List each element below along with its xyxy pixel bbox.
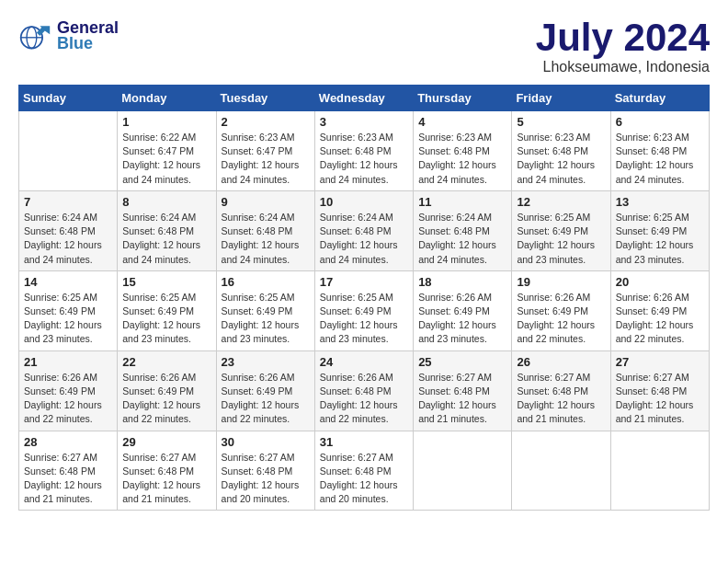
- calendar-cell: [512, 431, 610, 511]
- day-info: Sunrise: 6:25 AM Sunset: 6:49 PM Dayligh…: [24, 291, 112, 347]
- day-info: Sunrise: 6:22 AM Sunset: 6:47 PM Dayligh…: [122, 131, 210, 187]
- day-info: Sunrise: 6:27 AM Sunset: 6:48 PM Dayligh…: [418, 371, 506, 427]
- calendar-cell: 28Sunrise: 6:27 AM Sunset: 6:48 PM Dayli…: [19, 431, 118, 511]
- calendar-cell: 21Sunrise: 6:26 AM Sunset: 6:49 PM Dayli…: [19, 350, 118, 431]
- day-info: Sunrise: 6:25 AM Sunset: 6:49 PM Dayligh…: [122, 291, 210, 347]
- day-info: Sunrise: 6:27 AM Sunset: 6:48 PM Dayligh…: [517, 371, 605, 427]
- column-header-friday: Friday: [512, 86, 610, 111]
- day-info: Sunrise: 6:27 AM Sunset: 6:48 PM Dayligh…: [24, 451, 112, 507]
- day-info: Sunrise: 6:24 AM Sunset: 6:48 PM Dayligh…: [418, 211, 506, 267]
- calendar-cell: [610, 431, 709, 511]
- column-header-wednesday: Wednesday: [314, 86, 413, 111]
- calendar-cell: 30Sunrise: 6:27 AM Sunset: 6:48 PM Dayli…: [216, 431, 314, 511]
- calendar-cell: 15Sunrise: 6:25 AM Sunset: 6:49 PM Dayli…: [118, 270, 216, 350]
- day-info: Sunrise: 6:25 AM Sunset: 6:49 PM Dayligh…: [320, 291, 408, 347]
- day-info: Sunrise: 6:23 AM Sunset: 6:48 PM Dayligh…: [418, 131, 506, 187]
- title-block: July 2024 Lhokseumawe, Indonesia: [536, 18, 710, 75]
- calendar-cell: 6Sunrise: 6:23 AM Sunset: 6:48 PM Daylig…: [610, 111, 709, 191]
- day-number: 8: [122, 195, 210, 209]
- day-info: Sunrise: 6:23 AM Sunset: 6:47 PM Dayligh…: [222, 131, 310, 187]
- day-number: 19: [517, 275, 605, 289]
- logo-text: General Blue: [57, 18, 119, 53]
- location-subtitle: Lhokseumawe, Indonesia: [536, 59, 710, 75]
- day-number: 1: [122, 115, 210, 129]
- day-info: Sunrise: 6:25 AM Sunset: 6:49 PM Dayligh…: [616, 211, 704, 267]
- day-info: Sunrise: 6:26 AM Sunset: 6:49 PM Dayligh…: [616, 291, 704, 347]
- calendar-cell: 31Sunrise: 6:27 AM Sunset: 6:48 PM Dayli…: [314, 431, 413, 511]
- calendar-cell: 12Sunrise: 6:25 AM Sunset: 6:49 PM Dayli…: [512, 190, 610, 270]
- day-info: Sunrise: 6:27 AM Sunset: 6:48 PM Dayligh…: [122, 451, 210, 507]
- day-number: 7: [24, 195, 112, 209]
- calendar-cell: 1Sunrise: 6:22 AM Sunset: 6:47 PM Daylig…: [118, 111, 216, 191]
- calendar-cell: 26Sunrise: 6:27 AM Sunset: 6:48 PM Dayli…: [512, 350, 610, 431]
- day-number: 4: [418, 115, 506, 129]
- day-number: 23: [222, 355, 310, 369]
- day-info: Sunrise: 6:23 AM Sunset: 6:48 PM Dayligh…: [517, 131, 605, 187]
- day-info: Sunrise: 6:26 AM Sunset: 6:49 PM Dayligh…: [24, 371, 112, 427]
- column-header-monday: Monday: [118, 86, 216, 111]
- day-number: 9: [222, 195, 310, 209]
- day-info: Sunrise: 6:27 AM Sunset: 6:48 PM Dayligh…: [222, 451, 310, 507]
- day-number: 12: [517, 195, 605, 209]
- day-number: 15: [122, 275, 210, 289]
- column-header-thursday: Thursday: [414, 86, 512, 111]
- calendar-cell: 20Sunrise: 6:26 AM Sunset: 6:49 PM Dayli…: [610, 270, 709, 350]
- day-info: Sunrise: 6:24 AM Sunset: 6:48 PM Dayligh…: [222, 211, 310, 267]
- day-number: 13: [616, 195, 704, 209]
- calendar-cell: 23Sunrise: 6:26 AM Sunset: 6:49 PM Dayli…: [216, 350, 314, 431]
- calendar-cell: 24Sunrise: 6:26 AM Sunset: 6:48 PM Dayli…: [314, 350, 413, 431]
- day-info: Sunrise: 6:24 AM Sunset: 6:48 PM Dayligh…: [122, 211, 210, 267]
- day-number: 17: [320, 275, 408, 289]
- day-number: 5: [517, 115, 605, 129]
- day-number: 31: [320, 435, 408, 449]
- day-info: Sunrise: 6:25 AM Sunset: 6:49 PM Dayligh…: [517, 211, 605, 267]
- calendar-cell: [19, 111, 118, 191]
- column-header-tuesday: Tuesday: [216, 86, 314, 111]
- calendar-header-row: SundayMondayTuesdayWednesdayThursdayFrid…: [19, 86, 710, 111]
- calendar-cell: 8Sunrise: 6:24 AM Sunset: 6:48 PM Daylig…: [118, 190, 216, 270]
- calendar-cell: [414, 431, 512, 511]
- day-number: 20: [616, 275, 704, 289]
- column-header-saturday: Saturday: [610, 86, 709, 111]
- calendar-cell: 14Sunrise: 6:25 AM Sunset: 6:49 PM Dayli…: [19, 270, 118, 350]
- day-info: Sunrise: 6:24 AM Sunset: 6:48 PM Dayligh…: [24, 211, 112, 267]
- day-number: 11: [418, 195, 506, 209]
- calendar-cell: 22Sunrise: 6:26 AM Sunset: 6:49 PM Dayli…: [118, 350, 216, 431]
- calendar-cell: 5Sunrise: 6:23 AM Sunset: 6:48 PM Daylig…: [512, 111, 610, 191]
- day-info: Sunrise: 6:25 AM Sunset: 6:49 PM Dayligh…: [222, 291, 310, 347]
- calendar-cell: 11Sunrise: 6:24 AM Sunset: 6:48 PM Dayli…: [414, 190, 512, 270]
- day-number: 14: [24, 275, 112, 289]
- calendar-cell: 4Sunrise: 6:23 AM Sunset: 6:48 PM Daylig…: [414, 111, 512, 191]
- day-number: 27: [616, 355, 704, 369]
- day-info: Sunrise: 6:26 AM Sunset: 6:49 PM Dayligh…: [222, 371, 310, 427]
- day-number: 28: [24, 435, 112, 449]
- week-row-3: 14Sunrise: 6:25 AM Sunset: 6:49 PM Dayli…: [19, 270, 710, 350]
- calendar-cell: 10Sunrise: 6:24 AM Sunset: 6:48 PM Dayli…: [314, 190, 413, 270]
- calendar-cell: 27Sunrise: 6:27 AM Sunset: 6:48 PM Dayli…: [610, 350, 709, 431]
- day-number: 6: [616, 115, 704, 129]
- week-row-2: 7Sunrise: 6:24 AM Sunset: 6:48 PM Daylig…: [19, 190, 710, 270]
- day-info: Sunrise: 6:26 AM Sunset: 6:48 PM Dayligh…: [320, 371, 408, 427]
- calendar-cell: 13Sunrise: 6:25 AM Sunset: 6:49 PM Dayli…: [610, 190, 709, 270]
- calendar-cell: 2Sunrise: 6:23 AM Sunset: 6:47 PM Daylig…: [216, 111, 314, 191]
- calendar-cell: 9Sunrise: 6:24 AM Sunset: 6:48 PM Daylig…: [216, 190, 314, 270]
- calendar-cell: 16Sunrise: 6:25 AM Sunset: 6:49 PM Dayli…: [216, 270, 314, 350]
- day-number: 16: [222, 275, 310, 289]
- day-number: 29: [122, 435, 210, 449]
- day-number: 25: [418, 355, 506, 369]
- calendar-cell: 18Sunrise: 6:26 AM Sunset: 6:49 PM Dayli…: [414, 270, 512, 350]
- day-number: 18: [418, 275, 506, 289]
- page-header: General Blue July 2024 Lhokseumawe, Indo…: [18, 18, 710, 75]
- day-info: Sunrise: 6:26 AM Sunset: 6:49 PM Dayligh…: [418, 291, 506, 347]
- day-info: Sunrise: 6:23 AM Sunset: 6:48 PM Dayligh…: [616, 131, 704, 187]
- calendar-cell: 29Sunrise: 6:27 AM Sunset: 6:48 PM Dayli…: [118, 431, 216, 511]
- logo: General Blue: [18, 18, 119, 53]
- calendar-cell: 25Sunrise: 6:27 AM Sunset: 6:48 PM Dayli…: [414, 350, 512, 431]
- calendar-cell: 3Sunrise: 6:23 AM Sunset: 6:48 PM Daylig…: [314, 111, 413, 191]
- column-header-sunday: Sunday: [19, 86, 118, 111]
- day-info: Sunrise: 6:27 AM Sunset: 6:48 PM Dayligh…: [320, 451, 408, 507]
- day-number: 26: [517, 355, 605, 369]
- calendar-cell: 7Sunrise: 6:24 AM Sunset: 6:48 PM Daylig…: [19, 190, 118, 270]
- day-info: Sunrise: 6:23 AM Sunset: 6:48 PM Dayligh…: [320, 131, 408, 187]
- day-number: 10: [320, 195, 408, 209]
